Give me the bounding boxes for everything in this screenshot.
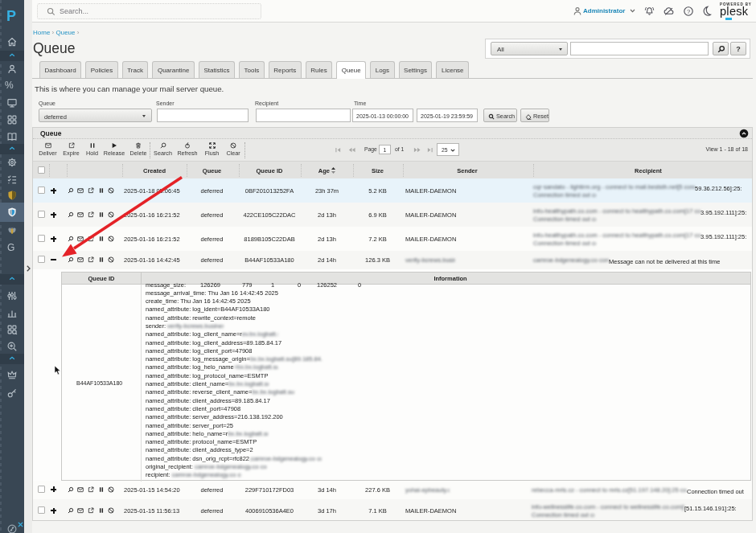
svg-text:?: ? — [687, 8, 690, 15]
